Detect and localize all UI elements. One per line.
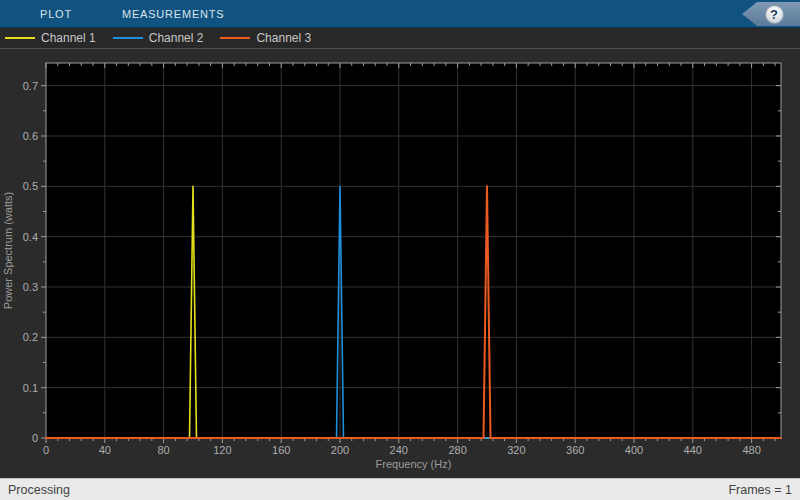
legend-item-channel-3[interactable]: Channel 3 [220, 31, 311, 45]
plot-background [46, 63, 781, 438]
tab-measurements[interactable]: MEASUREMENTS [122, 0, 225, 28]
y-tick-label: 0.6 [23, 130, 38, 142]
x-tick-label: 400 [625, 444, 643, 456]
plot-panel: 0408012016020024028032036040044048000.10… [0, 50, 800, 478]
legend-item-channel-2[interactable]: Channel 2 [113, 31, 204, 45]
x-tick-label: 80 [157, 444, 169, 456]
toolbar-collapse-chevron[interactable]: ? [742, 2, 800, 26]
x-tick-label: 160 [272, 444, 290, 456]
x-tick-label: 360 [566, 444, 584, 456]
x-tick-label: 280 [448, 444, 466, 456]
y-tick-label: 0.7 [23, 80, 38, 92]
status-text: Processing [8, 483, 70, 497]
legend-item-channel-1[interactable]: Channel 1 [5, 31, 96, 45]
tab-plot[interactable]: PLOT [40, 0, 72, 28]
toolbar: PLOT MEASUREMENTS ? [0, 0, 800, 28]
x-tick-label: 200 [331, 444, 349, 456]
channel-3-line-swatch [220, 37, 250, 39]
y-tick-label: 0.4 [23, 231, 38, 243]
y-tick-label: 0 [32, 432, 38, 444]
x-tick-label: 320 [507, 444, 525, 456]
x-tick-label: 440 [684, 444, 702, 456]
spectrum-chart[interactable]: 0408012016020024028032036040044048000.10… [0, 50, 800, 478]
x-tick-label: 40 [99, 444, 111, 456]
x-tick-label: 0 [43, 444, 49, 456]
x-axis-label: Frequency (Hz) [376, 458, 452, 470]
spectrum-analyzer-window: PLOT MEASUREMENTS ? Channel 1 Channel 2 … [0, 0, 800, 500]
frames-counter: Frames = 1 [728, 483, 792, 497]
status-bar: Processing Frames = 1 [0, 478, 800, 500]
y-axis-label: Power Spectrum (watts) [2, 192, 14, 309]
help-icon[interactable]: ? [765, 5, 784, 24]
legend-label: Channel 2 [149, 31, 204, 45]
x-tick-label: 480 [742, 444, 760, 456]
y-tick-label: 0.2 [23, 331, 38, 343]
y-tick-label: 0.1 [23, 382, 38, 394]
y-tick-label: 0.3 [23, 281, 38, 293]
x-tick-label: 240 [390, 444, 408, 456]
y-tick-label: 0.5 [23, 180, 38, 192]
channel-1-line-swatch [5, 37, 35, 39]
legend-label: Channel 3 [256, 31, 311, 45]
legend-label: Channel 1 [41, 31, 96, 45]
x-tick-label: 120 [213, 444, 231, 456]
legend: Channel 1 Channel 2 Channel 3 [0, 28, 800, 49]
channel-2-line-swatch [113, 37, 143, 39]
